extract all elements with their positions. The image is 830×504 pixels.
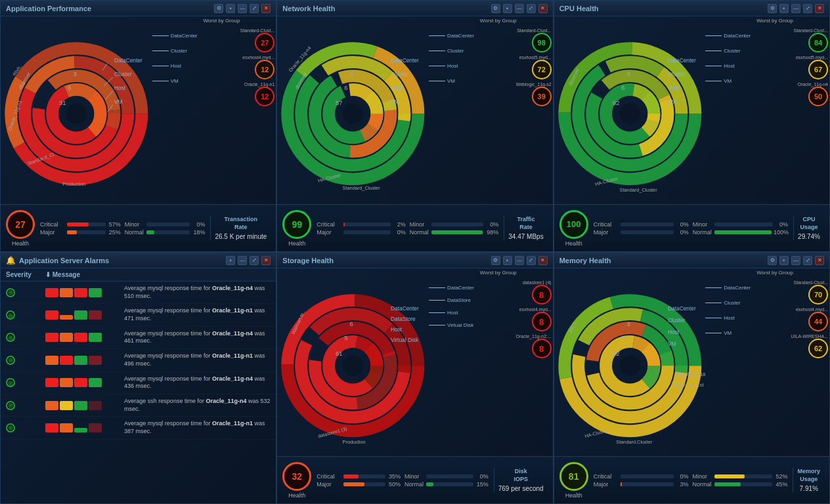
close-btn-storage[interactable]: ✕ [538, 256, 548, 265]
worst-by-group-label-memory: Worst by Group [756, 270, 793, 276]
maximize-btn-net[interactable]: ⤢ [527, 4, 536, 13]
alarm-severity-icon: ⊕ [6, 356, 15, 365]
square-btn-memory[interactable]: ▪ [779, 256, 789, 265]
svg-point-12 [66, 104, 87, 124]
minimize-btn-app-perf[interactable]: — [238, 4, 247, 13]
panel-controls-app-perf: ⚙ ▪ — ⤢ ✕ [214, 4, 271, 13]
panel-controls-memory: ⚙ ▪ — ⤢ ✕ [768, 256, 824, 265]
square-btn-alarms[interactable]: ▪ [226, 256, 235, 265]
svg-text:192.168.0.218: 192.168.0.218 [674, 371, 705, 377]
metric-title-storage: DiskIOPS [498, 468, 544, 483]
severity-bar-group [45, 310, 124, 320]
square-btn-cpu[interactable]: ▪ [779, 4, 789, 13]
close-btn-cpu[interactable]: ✕ [815, 4, 824, 13]
minimize-btn-storage[interactable]: — [515, 256, 524, 265]
settings-btn-memory[interactable]: ⚙ [768, 256, 777, 265]
alarm-severity-icon: ⊕ [6, 378, 15, 387]
maximize-btn-memory[interactable]: ⤢ [803, 256, 812, 265]
metric-title-cpu: CPUUsage [798, 216, 820, 231]
svg-text:External_H.st: External_H.st [674, 382, 703, 388]
square-btn-app-perf[interactable]: ▪ [226, 4, 235, 13]
settings-btn-storage[interactable]: ⚙ [491, 256, 500, 265]
panel-header-memory: Memory Health ⚙ ▪ — ⤢ ✕ [554, 253, 829, 268]
svg-text:6: 6 [621, 84, 624, 91]
settings-btn-app-perf[interactable]: ⚙ [214, 4, 223, 13]
square-btn-net[interactable]: ▪ [503, 4, 512, 13]
sunburst-storage: DataCenter DataStore Host Virtual Disk 6… [277, 268, 429, 456]
severity-col-header: Severity [6, 271, 45, 278]
health-label-cpu: Health [559, 240, 588, 247]
minimize-btn-memory[interactable]: — [791, 256, 800, 265]
panel-header-alarms: 🔔 Application Server Alarms ▪ — ⤢ ✕ [1, 253, 276, 268]
panel-title-app-perf: Application Performance [6, 5, 91, 12]
settings-btn-cpu[interactable]: ⚙ [768, 4, 777, 13]
svg-text:6: 6 [621, 334, 624, 341]
severity-bar-group [45, 378, 124, 387]
svg-text:Host: Host [114, 85, 126, 91]
worst-by-group-label-storage: Worst by Group [480, 270, 517, 276]
minimize-btn-net[interactable]: — [515, 4, 524, 13]
svg-text:DataCenter: DataCenter [114, 57, 142, 64]
svg-text:VM: VM [391, 98, 399, 105]
svg-text:Cluster: Cluster [668, 71, 686, 77]
sunburst-app-perf: DataCenter Cluster Host VM 3 6 31 dbserv… [1, 16, 152, 204]
svg-text:6: 6 [350, 320, 353, 327]
svg-text:Cluster: Cluster [114, 71, 132, 77]
alarm-message: Average mysql response time for Oracle_1… [124, 285, 271, 300]
minimize-btn-cpu[interactable]: — [791, 4, 800, 13]
maximize-btn-cpu[interactable]: ⤢ [803, 4, 812, 13]
alarm-message: Average mysql response time for Oracle_1… [124, 375, 271, 390]
square-btn-storage[interactable]: ▪ [503, 256, 512, 265]
close-btn-app-perf[interactable]: ✕ [261, 4, 271, 13]
metric-value-memory: 7.91% [797, 485, 820, 492]
panel-title-memory: Memory Health [559, 257, 611, 264]
alarm-message: Average mysql response time for Oracle_1… [124, 420, 271, 435]
panel-header-storage: Storage Health ⚙ ▪ — ⤢ ✕ [277, 253, 552, 268]
panel-controls-storage: ⚙ ▪ — ⤢ ✕ [491, 256, 548, 265]
app-performance-panel: Application Performance ⚙ ▪ — ⤢ ✕ [0, 0, 276, 252]
svg-text:62: 62 [613, 99, 619, 106]
metric-value-cpu: 29.74% [798, 233, 820, 240]
close-btn-memory[interactable]: ✕ [815, 256, 824, 265]
alarm-row: ⊕ Average mysql response time for Oracle… [1, 417, 276, 439]
svg-text:HA-Cluster: HA-Cluster [584, 427, 608, 439]
svg-text:VM: VM [668, 98, 676, 105]
close-btn-alarms[interactable]: ✕ [261, 256, 271, 265]
svg-text:Production: Production [62, 181, 85, 187]
svg-text:6: 6 [68, 84, 71, 91]
panel-controls-cpu: ⚙ ▪ — ⤢ ✕ [768, 4, 824, 13]
alarm-message: Average mysql response time for Oracle_1… [124, 352, 271, 368]
alarm-rows-container: ⊕ Average mysql response time for Oracle… [1, 282, 276, 503]
maximize-btn-app-perf[interactable]: ⤢ [250, 4, 259, 13]
svg-text:DataCenter: DataCenter [391, 305, 419, 312]
stats-bar-net: 99 Health Critical2% Minor0% Major0% Nor… [277, 204, 552, 251]
settings-btn-net[interactable]: ⚙ [491, 4, 500, 13]
maximize-btn-alarms[interactable]: ⤢ [250, 256, 259, 265]
panel-header-net: Network Health ⚙ ▪ — ⤢ ✕ [277, 1, 552, 16]
alarm-row: ⊕ Average ssh response time for Oracle_1… [1, 394, 276, 417]
bell-icon: 🔔 [6, 256, 16, 265]
svg-text:DataCenter: DataCenter [668, 57, 696, 64]
metric-title-net: TrafficRate [508, 216, 543, 231]
message-col-header: ⬇ Message [45, 271, 124, 278]
message-col-header2 [124, 271, 271, 278]
svg-text:57: 57 [336, 99, 342, 106]
chart-area-storage: DataCenter DataStore Host Virtual Disk 6… [277, 268, 552, 456]
svg-text:62: 62 [613, 350, 619, 357]
svg-text:Production: Production [343, 439, 366, 445]
sunburst-memory: DataCenter Cluster Host VM 3 6 62 Virt_L… [554, 268, 706, 456]
svg-text:Standard_Cluster: Standard_Cluster [619, 187, 657, 193]
svg-text:3: 3 [74, 70, 77, 77]
alarm-severity-icon: ⊕ [6, 423, 15, 432]
memory-health-panel: Memory Health ⚙ ▪ — ⤢ ✕ [554, 252, 830, 504]
alarm-severity-icon: ⊕ [6, 401, 15, 410]
alarm-table-header: Severity ⬇ Message [1, 268, 276, 282]
worst-items-storage: datastore1 (4) 8 esxhost4.myd... 8 Oracl… [516, 280, 552, 358]
svg-text:6: 6 [345, 84, 348, 91]
close-btn-net[interactable]: ✕ [538, 4, 548, 13]
minimize-btn-alarms[interactable]: — [238, 256, 247, 265]
svg-text:61: 61 [336, 350, 342, 357]
maximize-btn-storage[interactable]: ⤢ [527, 256, 536, 265]
sunburst-net: DataCenter Cluster Host VM 3 6 57 dbserv… [277, 16, 429, 204]
svg-text:3: 3 [626, 320, 630, 327]
